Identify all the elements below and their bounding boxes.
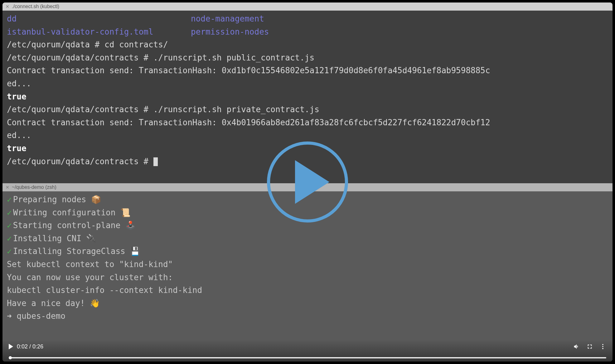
- terminal-line: Contract transaction send: TransactionHa…: [7, 116, 608, 129]
- terminal-line: kubectl cluster-info --context kind-kind: [7, 284, 608, 297]
- check-icon: ✓: [7, 195, 12, 204]
- lower-tab-title: ~/qubes-demo (zsh): [12, 184, 56, 190]
- terminal-line: /etc/quorum/qdata # cd contracts/: [7, 38, 608, 51]
- cursor-icon: [153, 157, 158, 166]
- volume-icon[interactable]: [573, 343, 580, 350]
- svg-point-2: [602, 348, 603, 349]
- terminal-line: ✓Installing StorageClass 💾: [7, 245, 608, 258]
- video-time-display: 0:02 / 0:26: [17, 343, 43, 350]
- svg-point-0: [602, 344, 603, 345]
- upper-tab-title: ./connect.sh (kubectl): [12, 4, 59, 9]
- upper-terminal-tab: ✕ ./connect.sh (kubectl): [2, 2, 613, 11]
- close-icon[interactable]: ✕: [6, 185, 9, 190]
- ls-item: dd: [7, 12, 191, 26]
- video-controls-bar: 0:02 / 0:26: [2, 340, 613, 362]
- more-options-icon[interactable]: [599, 343, 606, 350]
- terminal-line: ed...: [7, 77, 608, 90]
- prompt-text: /etc/quorum/qdata/contracts #: [7, 157, 153, 166]
- fullscreen-icon[interactable]: [586, 343, 593, 350]
- current-time: 0:02: [17, 343, 28, 350]
- play-button[interactable]: [267, 141, 348, 223]
- ls-item: permission-nodes: [191, 26, 269, 39]
- ls-item: istanbul-validator-config.toml: [7, 26, 191, 39]
- video-progress-bar[interactable]: [9, 357, 606, 358]
- play-icon: [295, 160, 329, 204]
- close-icon[interactable]: ✕: [6, 4, 9, 9]
- check-icon: ✓: [7, 247, 12, 256]
- terminal-line: You can now use your cluster with:: [7, 271, 608, 284]
- progress-handle[interactable]: [9, 356, 12, 359]
- terminal-line: Set kubectl context to "kind-kind": [7, 258, 608, 271]
- terminal-line: Contract transaction send: TransactionHa…: [7, 64, 608, 77]
- terminal-line: ✓Installing CNI 🔌: [7, 232, 608, 245]
- terminal-line: Have a nice day! 👋: [7, 297, 608, 310]
- terminal-line: ed...: [7, 129, 608, 142]
- svg-point-1: [602, 346, 603, 347]
- terminal-line: /etc/quorum/qdata/contracts # ./runscrip…: [7, 51, 608, 65]
- ls-item: node-management: [191, 12, 264, 26]
- terminal-line: true: [7, 90, 608, 103]
- terminal-line: /etc/quorum/qdata/contracts # ./runscrip…: [7, 103, 608, 116]
- terminal-prompt-line: ➜ qubes-demo: [7, 310, 608, 323]
- video-player[interactable]: ✕ ./connect.sh (kubectl) dd node-managem…: [2, 2, 613, 362]
- play-small-icon[interactable]: [9, 344, 13, 349]
- check-icon: ✓: [7, 234, 12, 243]
- check-icon: ✓: [7, 221, 12, 230]
- check-icon: ✓: [7, 208, 12, 217]
- total-duration: 0:26: [32, 343, 43, 350]
